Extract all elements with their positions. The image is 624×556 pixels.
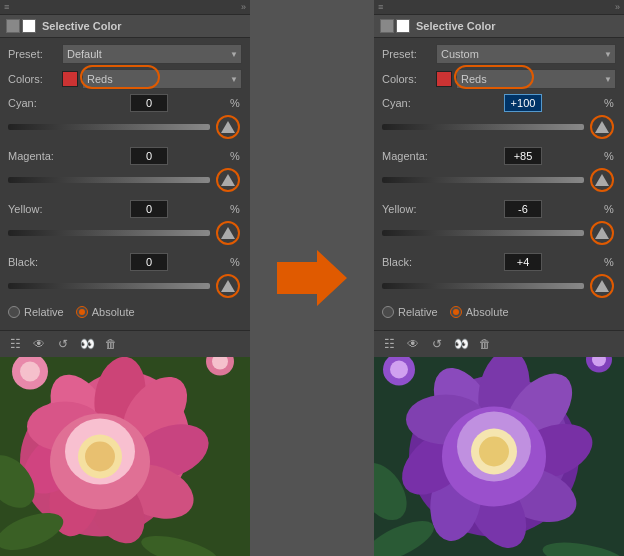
right-black-thumb[interactable] — [588, 272, 616, 300]
left-cyan-slider-row — [8, 113, 242, 141]
left-panel-topbar: ≡ » — [0, 0, 250, 15]
left-black-input[interactable] — [130, 253, 168, 271]
left-yellow-slider-row — [8, 219, 242, 247]
left-black-triangle — [221, 280, 235, 292]
left-yellow-label-row: Yellow: % — [8, 200, 242, 218]
left-tool-eye[interactable]: 👁 — [30, 335, 48, 353]
right-preset-select-wrapper[interactable]: Custom — [436, 44, 616, 64]
right-yellow-triangle — [595, 227, 609, 239]
right-absolute-radio[interactable] — [450, 306, 462, 318]
left-preset-select-wrapper[interactable]: Default — [62, 44, 242, 64]
right-tool-eye2[interactable]: 👀 — [452, 335, 470, 353]
left-cyan-label-row: Cyan: % — [8, 94, 242, 112]
left-absolute-option[interactable]: Absolute — [76, 306, 135, 318]
right-magenta-thumb[interactable] — [588, 166, 616, 194]
left-flower-svg — [0, 357, 250, 556]
left-magenta-track[interactable] — [8, 177, 210, 183]
left-relative-option[interactable]: Relative — [8, 306, 64, 318]
right-preset-label: Preset: — [382, 48, 432, 60]
right-yellow-slider-row — [382, 219, 616, 247]
right-absolute-label: Absolute — [466, 306, 509, 318]
right-icon-group — [380, 19, 410, 33]
svg-point-39 — [479, 437, 509, 467]
right-cyan-row: Cyan: % — [382, 94, 616, 141]
right-panel: ≡ » Selective Color Preset: Custom — [374, 0, 624, 556]
right-cyan-percent: % — [604, 97, 616, 109]
left-black-label: Black: — [8, 256, 68, 268]
right-magenta-track[interactable] — [382, 177, 584, 183]
left-topbar-collapse[interactable]: » — [241, 2, 246, 12]
left-absolute-radio[interactable] — [76, 306, 88, 318]
svg-point-20 — [20, 362, 40, 382]
right-colors-select[interactable]: Reds — [456, 69, 616, 89]
left-relative-label: Relative — [24, 306, 64, 318]
left-radio-row: Relative Absolute — [8, 306, 242, 318]
right-cyan-triangle — [595, 121, 609, 133]
right-yellow-track[interactable] — [382, 230, 584, 236]
right-colors-select-wrapper[interactable]: Reds — [456, 69, 616, 89]
right-colors-swatch — [436, 71, 452, 87]
left-colors-row: Colors: Reds — [8, 69, 242, 89]
right-magenta-input[interactable] — [504, 147, 542, 165]
left-magenta-slider-row — [8, 166, 242, 194]
right-relative-option[interactable]: Relative — [382, 306, 438, 318]
right-cyan-input[interactable] — [504, 94, 542, 112]
left-cyan-percent: % — [230, 97, 242, 109]
right-toolbar: ☷ 👁 ↺ 👀 🗑 — [374, 330, 624, 357]
center-arrow-container — [250, 0, 374, 556]
right-cyan-track[interactable] — [382, 124, 584, 130]
left-yellow-input[interactable] — [130, 200, 168, 218]
right-black-input[interactable] — [504, 253, 542, 271]
left-magenta-thumb[interactable] — [214, 166, 242, 194]
right-icon-white — [396, 19, 410, 33]
left-black-track[interactable] — [8, 283, 210, 289]
right-topbar-collapse[interactable]: » — [615, 2, 620, 12]
right-cyan-thumb[interactable] — [588, 113, 616, 141]
right-magenta-label-row: Magenta: % — [382, 147, 616, 165]
right-panel-body: Preset: Custom Colors: Reds — [374, 38, 624, 330]
left-tool-layers[interactable]: ☷ — [6, 335, 24, 353]
left-tool-trash[interactable]: 🗑 — [102, 335, 120, 353]
right-tool-trash[interactable]: 🗑 — [476, 335, 494, 353]
left-tool-undo[interactable]: ↺ — [54, 335, 72, 353]
right-cyan-slider-row — [382, 113, 616, 141]
right-cyan-label: Cyan: — [382, 97, 442, 109]
right-black-slider-row — [382, 272, 616, 300]
right-tool-layers[interactable]: ☷ — [380, 335, 398, 353]
right-tool-eye[interactable]: 👁 — [404, 335, 422, 353]
left-cyan-thumb[interactable] — [214, 113, 242, 141]
left-black-thumb[interactable] — [214, 272, 242, 300]
right-yellow-input[interactable] — [504, 200, 542, 218]
left-magenta-row: Magenta: % — [8, 147, 242, 194]
left-cyan-track[interactable] — [8, 124, 210, 130]
left-cyan-label: Cyan: — [8, 97, 68, 109]
right-black-track[interactable] — [382, 283, 584, 289]
left-yellow-percent: % — [230, 203, 242, 215]
right-black-triangle — [595, 280, 609, 292]
left-absolute-label: Absolute — [92, 306, 135, 318]
right-yellow-label: Yellow: — [382, 203, 442, 215]
left-colors-select-wrapper[interactable]: Reds — [82, 69, 242, 89]
left-magenta-triangle — [221, 174, 235, 186]
svg-point-15 — [85, 442, 115, 472]
left-yellow-track[interactable] — [8, 230, 210, 236]
right-magenta-triangle — [595, 174, 609, 186]
left-icon-dark — [6, 19, 20, 33]
left-cyan-input[interactable] — [130, 94, 168, 112]
left-magenta-input[interactable] — [130, 147, 168, 165]
right-relative-radio[interactable] — [382, 306, 394, 318]
left-tool-eye2[interactable]: 👀 — [78, 335, 96, 353]
right-absolute-option[interactable]: Absolute — [450, 306, 509, 318]
left-icon-group — [6, 19, 36, 33]
right-tool-undo[interactable]: ↺ — [428, 335, 446, 353]
left-toolbar: ☷ 👁 ↺ 👀 🗑 — [0, 330, 250, 357]
left-preset-select[interactable]: Default — [62, 44, 242, 64]
right-preset-row: Preset: Custom — [382, 44, 616, 64]
right-yellow-thumb[interactable] — [588, 219, 616, 247]
right-radio-row: Relative Absolute — [382, 306, 616, 318]
left-relative-radio[interactable] — [8, 306, 20, 318]
right-preset-select[interactable]: Custom — [436, 44, 616, 64]
right-magenta-slider-row — [382, 166, 616, 194]
left-colors-select[interactable]: Reds — [82, 69, 242, 89]
left-yellow-thumb[interactable] — [214, 219, 242, 247]
